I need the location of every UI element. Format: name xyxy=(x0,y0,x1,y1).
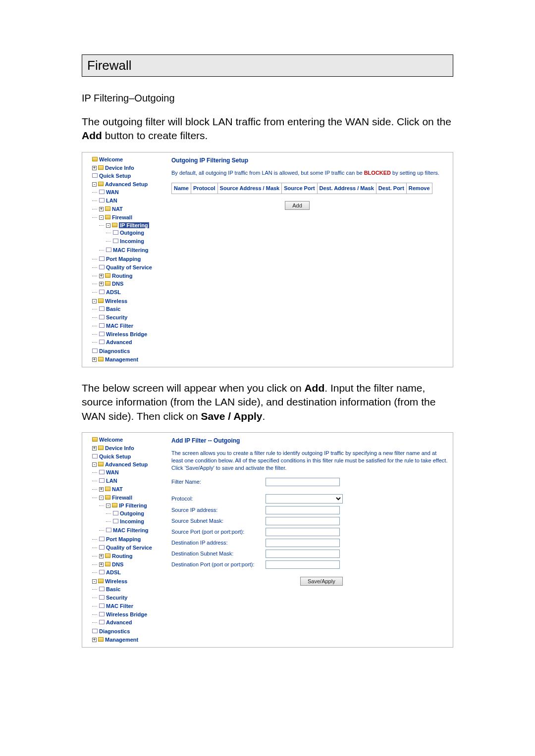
page-icon xyxy=(99,290,105,294)
add-button[interactable]: Add xyxy=(285,201,310,210)
intro-paragraph-2: The below screen will appear when you cl… xyxy=(82,381,453,423)
tree-routing[interactable]: +Routing xyxy=(92,272,160,280)
col-protocol: Protocol xyxy=(191,183,217,194)
protocol-select[interactable] xyxy=(266,494,343,504)
page-icon xyxy=(99,470,105,474)
tree-dns[interactable]: +DNS xyxy=(92,560,160,569)
tree-basic[interactable]: Basic xyxy=(92,585,160,594)
collapse-icon[interactable]: - xyxy=(106,223,110,228)
page-icon xyxy=(99,332,105,336)
tree-mac-filtering[interactable]: MAC Filtering xyxy=(99,246,160,254)
tree-nat[interactable]: +NAT xyxy=(92,485,160,494)
page-icon xyxy=(113,519,118,523)
tree-wireless-bridge[interactable]: Wireless Bridge xyxy=(92,610,160,619)
tree-wan[interactable]: WAN xyxy=(92,188,160,197)
tree-welcome[interactable]: Welcome xyxy=(85,155,160,164)
collapse-icon[interactable]: - xyxy=(92,579,97,584)
tree-mac-filter[interactable]: MAC Filter xyxy=(92,322,160,330)
tree-quick-setup[interactable]: Quick Setup xyxy=(85,453,160,461)
dst-ip-input[interactable] xyxy=(266,539,340,547)
expand-icon[interactable]: + xyxy=(99,207,104,211)
lbl-dst-ip: Destination IP address: xyxy=(171,539,266,547)
src-ip-input[interactable] xyxy=(266,506,340,514)
tree-wan[interactable]: WAN xyxy=(92,468,160,477)
collapse-icon[interactable]: - xyxy=(92,462,97,467)
tree-advanced-setup[interactable]: -Advanced Setup WAN LAN +NAT -Firewall -… xyxy=(85,180,160,297)
tree-lan[interactable]: LAN xyxy=(92,477,160,485)
tree-basic[interactable]: Basic xyxy=(92,305,160,313)
tree-security[interactable]: Security xyxy=(92,313,160,322)
tree-device-info[interactable]: +Device Info xyxy=(85,164,160,172)
tree-management[interactable]: +Management xyxy=(85,636,160,644)
tree-wireless[interactable]: -Wireless Basic Security MAC Filter Wire… xyxy=(85,297,160,347)
tree-security[interactable]: Security xyxy=(92,594,160,602)
folder-icon xyxy=(98,182,104,186)
tree-port-mapping[interactable]: Port Mapping xyxy=(92,255,160,263)
tree-qos[interactable]: Quality of Service xyxy=(92,544,160,552)
tree-management[interactable]: +Management xyxy=(85,355,160,364)
dst-mask-input[interactable] xyxy=(266,550,340,558)
screenshot-add-filter: Welcome +Device Info Quick Setup -Advanc… xyxy=(82,432,453,648)
lbl-filter-name: Filter Name: xyxy=(171,478,266,486)
collapse-icon[interactable]: - xyxy=(106,504,110,508)
src-mask-input[interactable] xyxy=(266,517,340,525)
panel1-desc-blocked: BLOCKED xyxy=(364,170,391,176)
dst-port-input[interactable] xyxy=(266,560,340,569)
tree-dns[interactable]: +DNS xyxy=(92,280,160,288)
tree-firewall[interactable]: -Firewall -IP Filtering Outgoing Incomin… xyxy=(92,494,160,535)
tree-nat[interactable]: +NAT xyxy=(92,205,160,213)
expand-icon[interactable]: + xyxy=(99,274,104,278)
expand-icon[interactable]: + xyxy=(92,638,97,642)
expand-icon[interactable]: + xyxy=(92,357,97,362)
filter-name-input[interactable] xyxy=(266,478,340,486)
page-icon xyxy=(99,537,105,541)
expand-icon[interactable]: + xyxy=(92,166,97,170)
src-port-input[interactable] xyxy=(266,528,340,536)
tree-wireless-bridge[interactable]: Wireless Bridge xyxy=(92,330,160,339)
tree-adsl[interactable]: ADSL xyxy=(92,288,160,297)
save-apply-button[interactable]: Save/Apply xyxy=(300,577,343,586)
tree-mac-filter[interactable]: MAC Filter xyxy=(92,602,160,610)
tree-qos[interactable]: Quality of Service xyxy=(92,263,160,272)
collapse-icon[interactable]: - xyxy=(99,496,104,500)
expand-icon[interactable]: + xyxy=(92,446,97,451)
tree-advanced[interactable]: Advanced xyxy=(92,618,160,627)
tree-routing[interactable]: +Routing xyxy=(92,552,160,560)
tree-adsl[interactable]: ADSL xyxy=(92,568,160,577)
collapse-icon[interactable]: - xyxy=(92,299,97,303)
tree-mac-filtering[interactable]: MAC Filtering xyxy=(99,526,160,535)
tree-advanced-setup[interactable]: -Advanced Setup WAN LAN +NAT -Firewall -… xyxy=(85,460,160,577)
tree-diagnostics[interactable]: Diagnostics xyxy=(85,627,160,636)
lbl-dst-port: Destination Port (port or port:port): xyxy=(171,561,266,568)
tree-outgoing[interactable]: Outgoing xyxy=(106,229,160,237)
tree-outgoing[interactable]: Outgoing xyxy=(106,509,160,518)
tree-device-info[interactable]: +Device Info xyxy=(85,444,160,453)
tree-port-mapping[interactable]: Port Mapping xyxy=(92,535,160,544)
tree-incoming[interactable]: Incoming xyxy=(106,517,160,526)
tree-diagnostics[interactable]: Diagnostics xyxy=(85,347,160,355)
tree-incoming[interactable]: Incoming xyxy=(106,237,160,246)
lbl-src-port: Source Port (port or port:port): xyxy=(171,528,266,536)
expand-icon[interactable]: + xyxy=(99,282,104,286)
intro-paragraph-1: The outgoing filter will block LAN traff… xyxy=(82,115,453,143)
tree-quick-setup[interactable]: Quick Setup xyxy=(85,172,160,180)
expand-icon[interactable]: + xyxy=(99,554,104,558)
folder-icon xyxy=(105,495,110,500)
tree-ip-filtering[interactable]: -IP Filtering Outgoing Incoming xyxy=(99,221,160,247)
tree-ip-filtering[interactable]: -IP Filtering Outgoing Incoming xyxy=(99,502,160,527)
tree-wireless[interactable]: -Wireless Basic Security MAC Filter Wire… xyxy=(85,577,160,627)
folder-icon xyxy=(105,562,110,566)
page-icon xyxy=(99,340,105,344)
collapse-icon[interactable]: - xyxy=(99,215,104,220)
folder-icon xyxy=(98,446,104,450)
tree-firewall[interactable]: -Firewall -IP Filtering Outgoing Incomin… xyxy=(92,213,160,255)
page-icon xyxy=(99,198,105,202)
collapse-icon[interactable]: - xyxy=(92,182,97,187)
expand-icon[interactable]: + xyxy=(99,562,104,567)
tree-lan[interactable]: LAN xyxy=(92,197,160,205)
tree-advanced[interactable]: Advanced xyxy=(92,338,160,347)
tree-welcome[interactable]: Welcome xyxy=(85,436,160,444)
col-dst-port: Dest. Port xyxy=(376,183,406,194)
screenshot-outgoing-setup: Welcome +Device Info Quick Setup -Advanc… xyxy=(82,152,453,367)
expand-icon[interactable]: + xyxy=(99,487,104,492)
